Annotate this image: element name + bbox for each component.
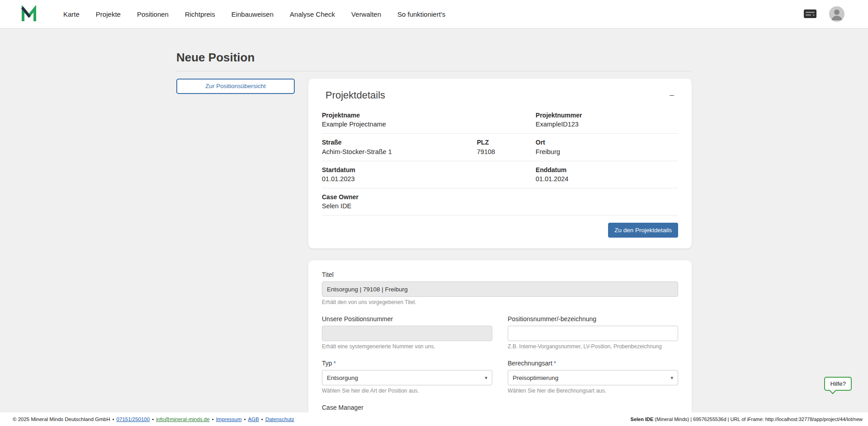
- main-content: Neue Position Zur Positionsübersicht Pro…: [0, 28, 868, 412]
- field-value-startdatum: 01.01.2023: [322, 174, 536, 184]
- footer: © 2025 Mineral Minds Deutschland GmbH • …: [0, 412, 868, 426]
- field-value-enddatum: 01.01.2024: [536, 174, 678, 184]
- nav-item-richtpreis[interactable]: Richtpreis: [185, 10, 215, 18]
- email-link[interactable]: info@mineral-minds.de: [156, 417, 209, 422]
- field-value-plz: 79108: [477, 147, 536, 157]
- chevron-down-icon: ▾: [670, 375, 673, 381]
- required-asterisk: *: [554, 360, 556, 367]
- field-value-ort: Freiburg: [536, 147, 678, 157]
- positionsnummer-helper: Z.B. Interne-Vorgangsnummer, LV-Position…: [508, 343, 678, 350]
- field-value-projektnummer: ExampleID123: [536, 120, 678, 129]
- bullet-separator: •: [261, 417, 263, 422]
- footer-username: Selen IDE: [631, 417, 654, 422]
- project-row-dates: Startdatum 01.01.2023 Enddatum 01.01.202…: [322, 161, 678, 188]
- field-value-strasse: Achim-Stocker-Straße 1: [322, 147, 477, 157]
- logo-m-icon: [21, 5, 41, 23]
- server-icon[interactable]: [803, 8, 817, 20]
- person-icon: [829, 6, 844, 22]
- main-nav: Karte Projekte Positionen Richtpreis Ein…: [63, 10, 445, 18]
- field-label-ort: Ort: [536, 138, 678, 147]
- mineral-minds-logo[interactable]: [21, 5, 41, 23]
- berechnungsart-label: Berechnungsart*: [508, 360, 678, 367]
- field-value-case-owner: Selen IDE: [322, 201, 678, 211]
- bullet-separator: •: [244, 417, 246, 422]
- project-details-card: Projektdetails − Projektname Example Pro…: [308, 79, 692, 248]
- field-label-projektname: Projektname: [322, 111, 536, 120]
- datenschutz-link[interactable]: Datenschutz: [265, 417, 294, 422]
- positionsnummer-group: Positionsnummer/-bezeichnung Z.B. Intern…: [508, 315, 678, 350]
- typ-helper: Wählen Sie hier die Art der Position aus…: [322, 388, 492, 394]
- berechnungsart-helper: Wählen Sie hier die Berechnungsart aus.: [508, 388, 678, 394]
- titel-group: Titel Erhält den von uns vorgegebenen Ti…: [322, 271, 678, 305]
- titel-helper: Erhält den von uns vorgegebenen Titel.: [322, 299, 678, 305]
- typ-select[interactable]: Entsorgung ▾: [322, 370, 492, 385]
- project-details-title: Projektdetails: [326, 89, 385, 101]
- bullet-separator: •: [152, 417, 154, 422]
- impressum-link[interactable]: Impressum: [216, 417, 242, 422]
- berechnungsart-select[interactable]: Preisoptimierung ▾: [508, 370, 678, 385]
- titel-input: [322, 281, 678, 297]
- unsere-positionsnummer-group: Unsere Positionsnummer Erhält eine syste…: [322, 315, 492, 350]
- footer-session-info: Selen IDE (Mineral Minds) | 69576255536d…: [631, 417, 863, 422]
- top-nav-bar: Karte Projekte Positionen Richtpreis Ein…: [0, 0, 868, 28]
- footer-left: © 2025 Mineral Minds Deutschland GmbH • …: [13, 417, 294, 422]
- nav-item-analyse-check[interactable]: Analyse Check: [290, 10, 335, 18]
- user-avatar[interactable]: [829, 6, 844, 22]
- typ-label: Typ*: [322, 360, 492, 367]
- nav-item-einbauweisen[interactable]: Einbauweisen: [231, 10, 274, 18]
- nav-item-karte[interactable]: Karte: [63, 10, 80, 18]
- typ-group: Typ* Entsorgung ▾ Wählen Sie hier die Ar…: [322, 360, 492, 394]
- copyright-text: © 2025 Mineral Minds Deutschland GmbH: [13, 417, 110, 422]
- field-label-case-owner: Case Owner: [322, 192, 678, 201]
- header-actions: [803, 6, 844, 22]
- berechnungsart-select-value: Preisoptimierung: [513, 375, 558, 381]
- new-position-form-card: Titel Erhält den von uns vorgegebenen Ti…: [308, 260, 692, 412]
- nav-item-positionen[interactable]: Positionen: [137, 10, 169, 18]
- project-row-case-owner: Case Owner Selen IDE: [322, 188, 678, 215]
- go-to-project-details-button[interactable]: Zu den Projektdetails: [608, 223, 678, 238]
- required-asterisk: *: [334, 360, 336, 367]
- field-label-enddatum: Enddatum: [536, 165, 678, 174]
- phone-link[interactable]: 07151/250100: [117, 417, 150, 422]
- help-button[interactable]: Hilfe?: [824, 377, 852, 391]
- chevron-down-icon: ▾: [485, 375, 487, 381]
- case-manager-group: Case Manager: [322, 404, 678, 412]
- unsere-positionsnummer-input: [322, 326, 492, 341]
- collapse-icon[interactable]: −: [669, 91, 675, 100]
- field-label-plz: PLZ: [477, 138, 536, 147]
- nav-item-projekte[interactable]: Projekte: [96, 10, 121, 18]
- unsere-positionsnummer-helper: Erhält eine systemgenerierte Nummer von …: [322, 343, 492, 350]
- agb-link[interactable]: AGB: [248, 417, 259, 422]
- field-label-strasse: Straße: [322, 138, 477, 147]
- nav-item-so-funktionierts[interactable]: So funktioniert's: [397, 10, 445, 18]
- titel-label: Titel: [322, 271, 678, 278]
- field-value-projektname: Example Projectname: [322, 120, 536, 129]
- berechnungsart-group: Berechnungsart* Preisoptimierung ▾ Wähle…: [508, 360, 678, 394]
- unsere-positionsnummer-label: Unsere Positionsnummer: [322, 315, 492, 323]
- footer-session-text: (Mineral Minds) | 69576255536d | URL of …: [653, 417, 863, 422]
- case-manager-label: Case Manager: [322, 404, 678, 411]
- field-label-startdatum: Startdatum: [322, 165, 536, 174]
- bullet-separator: •: [212, 417, 214, 422]
- positionsnummer-label: Positionsnummer/-bezeichnung: [508, 315, 678, 323]
- project-row-address: Straße Achim-Stocker-Straße 1 PLZ 79108 …: [322, 134, 678, 161]
- back-to-positions-button[interactable]: Zur Positionsübersicht: [176, 79, 295, 94]
- bullet-separator: •: [113, 417, 114, 422]
- nav-item-verwalten[interactable]: Verwalten: [351, 10, 381, 18]
- page-title: Neue Position: [176, 51, 692, 71]
- project-row-name-number: Projektname Example Projectname Projektn…: [322, 107, 678, 134]
- typ-select-value: Entsorgung: [327, 375, 358, 381]
- positionsnummer-input[interactable]: [508, 326, 678, 341]
- field-label-projektnummer: Projektnummer: [536, 111, 678, 120]
